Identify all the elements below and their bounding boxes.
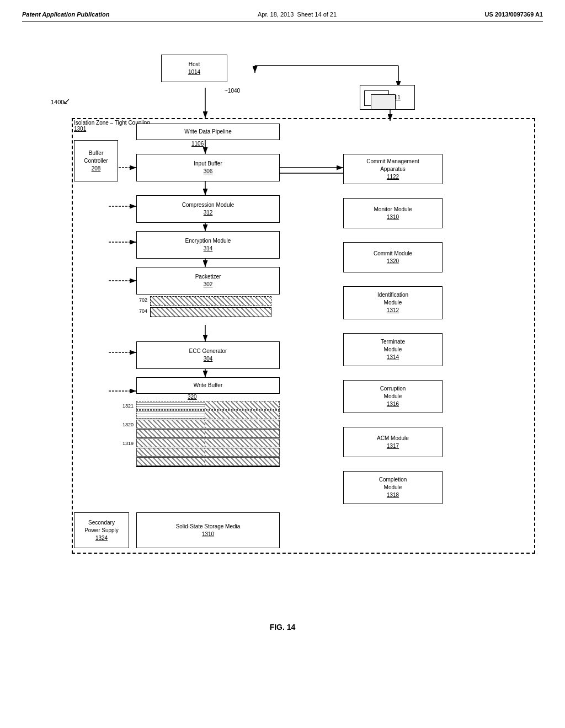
- label-1321: 1321: [122, 403, 134, 409]
- page: Patent Application Publication Apr. 18, …: [0, 0, 565, 728]
- commit-management-box: Commit ManagementApparatus 1122: [343, 154, 443, 184]
- completion-module-box: CompletionModule 1318: [343, 471, 443, 504]
- wdp-number: 1106: [191, 141, 204, 147]
- write-buffer-row-1319b: [136, 448, 280, 457]
- input-buffer-box: Input Buffer 306: [136, 154, 280, 181]
- figure-label: FIG. 14: [22, 623, 543, 631]
- ecc-generator-box: ECC Generator 304: [136, 341, 280, 369]
- write-buffer-row-1319a: [136, 438, 280, 447]
- identification-module-box: IdentificationModule 1312: [343, 286, 443, 319]
- secondary-power-supply-box: SecondaryPower Supply 1324: [74, 512, 129, 548]
- write-buffer-row-1320a: [136, 420, 280, 429]
- page-header: Patent Application Publication Apr. 18, …: [22, 11, 543, 22]
- write-data-pipeline-box: Write Data Pipeline: [136, 124, 280, 140]
- header-left: Patent Application Publication: [22, 11, 110, 18]
- diagram-area: 1400 ↙ Host 1014 ~1040 ACM 1011 1013 Iso…: [34, 33, 531, 612]
- packetizer-box: Packetizer 302: [136, 267, 280, 295]
- label-1400-arrow: ↙: [63, 96, 70, 106]
- label-1320-wb: 1320: [122, 422, 134, 427]
- label-1319: 1319: [122, 441, 134, 446]
- header-right: US 2013/0097369 A1: [485, 11, 543, 18]
- terminate-module-box: TerminateModule 1314: [343, 333, 443, 366]
- encryption-module-box: Encryption Module 314: [136, 231, 280, 259]
- corruption-module-box: CorruptionModule 1316: [343, 380, 443, 413]
- write-buffer-row-1321a: [136, 401, 280, 410]
- write-buffer-row-1319c: [136, 457, 280, 466]
- write-buffer-row-1320b: [136, 429, 280, 438]
- monitor-module-box: Monitor Module 1310: [343, 198, 443, 228]
- acm-module-box: ACM Module 1317: [343, 427, 443, 457]
- buffer-controller-box: BufferController 208: [74, 140, 118, 181]
- packet-row-702: [150, 296, 271, 306]
- host-box: Host 1014: [161, 55, 227, 82]
- write-buffer-row-1321b: [136, 410, 280, 419]
- commit-module-box: Commit Module 1320: [343, 242, 443, 272]
- acm-inner-box2: [371, 94, 396, 110]
- packet-row-704: [150, 307, 271, 317]
- isolation-zone-border: [72, 118, 535, 554]
- write-buffer-label-box: Write Buffer: [136, 377, 280, 394]
- write-buffer-bottom: [136, 466, 280, 467]
- label-1040: ~1040: [225, 88, 240, 94]
- header-center: Apr. 18, 2013 Sheet 14 of 21: [258, 11, 337, 18]
- compression-module-box: Compression Module 312: [136, 195, 280, 223]
- label-704: 704: [139, 308, 147, 314]
- write-buffer-number: 320: [188, 394, 197, 400]
- solid-state-storage-box: Solid-State Storage Media 1310: [136, 512, 280, 548]
- label-1400: 1400: [51, 99, 64, 105]
- label-702: 702: [139, 297, 147, 303]
